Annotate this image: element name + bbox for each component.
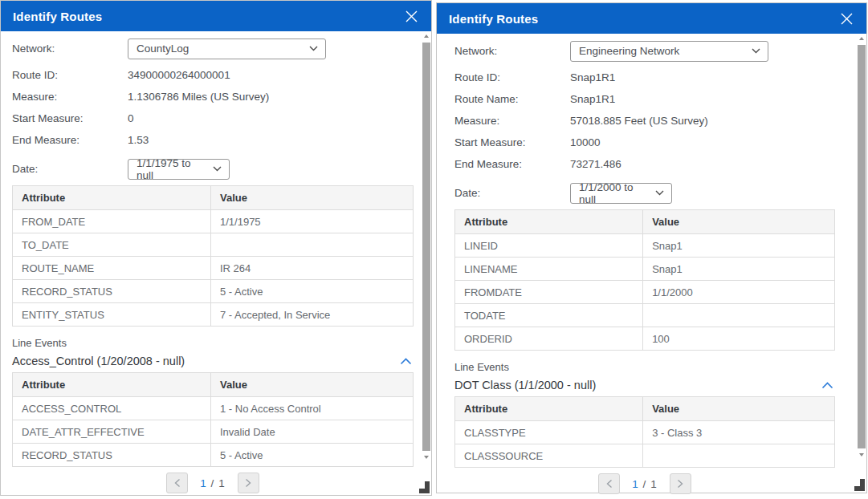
attribute-cell: FROM_DATE bbox=[13, 210, 211, 233]
next-page-button[interactable] bbox=[238, 473, 259, 493]
value-column-header: Value bbox=[211, 186, 414, 210]
attribute-cell: RECORD_STATUS bbox=[13, 280, 211, 303]
measure-label: Measure: bbox=[12, 91, 128, 103]
chevron-up-icon bbox=[821, 382, 833, 389]
network-select[interactable]: Engineering Network bbox=[570, 41, 768, 62]
measure-field-row: Measure: 57018.885 Feet (US Survey) bbox=[454, 110, 835, 132]
route-name-field-row: Route Name: Snap1R1 bbox=[454, 88, 835, 110]
table-row: RECORD_STATUS 5 - Active bbox=[13, 280, 414, 303]
table-row: TODATE bbox=[455, 304, 835, 327]
table-row: DATE_ATTR_EFFECTIVE Invalid Date bbox=[13, 420, 414, 444]
close-button[interactable] bbox=[404, 9, 418, 23]
date-select[interactable]: 1/1/2000 to null bbox=[570, 183, 672, 204]
close-icon bbox=[840, 12, 854, 26]
route-attribute-table: Attribute Value FROM_DATE 1/1/1975 TO_DA… bbox=[12, 185, 414, 327]
collapse-event-button[interactable] bbox=[820, 380, 835, 391]
attribute-cell: DATE_ATTR_EFFECTIVE bbox=[13, 420, 211, 444]
route-name-label: Route Name: bbox=[454, 93, 570, 105]
attribute-cell: ENTITY_STATUS bbox=[13, 303, 211, 327]
total-pages: 1 bbox=[650, 478, 658, 490]
end-measure-field-row: End Measure: 73271.486 bbox=[454, 153, 835, 175]
panel-body: Network: Engineering Network Route ID: S… bbox=[437, 34, 866, 494]
start-measure-field-row: Start Measure: 0 bbox=[12, 108, 414, 129]
scrollbar-thumb[interactable] bbox=[858, 45, 866, 448]
network-label: Network: bbox=[454, 45, 570, 57]
table-row: FROM_DATE 1/1/1975 bbox=[13, 210, 414, 233]
value-cell bbox=[643, 444, 835, 468]
attribute-column-header: Attribute bbox=[455, 397, 643, 421]
attribute-cell: ORDERID bbox=[455, 327, 643, 351]
start-measure-value: 0 bbox=[128, 112, 134, 124]
network-select-value: Engineering Network bbox=[579, 45, 679, 57]
value-cell bbox=[643, 304, 835, 327]
end-measure-label: End Measure: bbox=[454, 158, 570, 170]
table-header-row: Attribute Value bbox=[455, 210, 835, 234]
route-id-label: Route ID: bbox=[12, 69, 128, 81]
date-label: Date: bbox=[12, 163, 128, 175]
network-field-row: Network: Engineering Network bbox=[454, 40, 835, 62]
value-cell: 1/1/2000 bbox=[643, 281, 835, 304]
close-button[interactable] bbox=[839, 11, 854, 26]
table-row: ENTITY_STATUS 7 - Accepted, In Service bbox=[13, 303, 414, 327]
next-page-button[interactable] bbox=[670, 473, 691, 494]
value-cell bbox=[211, 233, 414, 257]
table-row: ORDERID 100 bbox=[455, 327, 835, 351]
attribute-cell: TODATE bbox=[455, 304, 643, 327]
chevron-down-icon bbox=[752, 48, 760, 54]
table-header-row: Attribute Value bbox=[13, 186, 414, 210]
route-id-field-row: Route ID: Snap1R1 bbox=[454, 67, 835, 88]
page-indicator: 1 / 1 bbox=[200, 477, 225, 489]
table-row: ACCESS_CONTROL 1 - No Access Control bbox=[13, 397, 414, 420]
value-cell: 1 - No Access Control bbox=[211, 397, 414, 420]
line-events-label: Line Events bbox=[454, 361, 835, 373]
vertical-scrollbar[interactable] bbox=[858, 34, 866, 459]
scroll-up-arrow-icon[interactable] bbox=[858, 34, 866, 43]
table-row: CLASSSOURCE bbox=[455, 444, 835, 468]
attribute-column-header: Attribute bbox=[455, 210, 643, 234]
pagination: 1 / 1 bbox=[12, 473, 414, 493]
value-cell: 1/1/1975 bbox=[211, 210, 414, 233]
measure-label: Measure: bbox=[454, 115, 570, 127]
network-select[interactable]: CountyLog bbox=[128, 39, 326, 59]
attribute-cell: LINEID bbox=[455, 234, 643, 258]
network-label: Network: bbox=[12, 43, 128, 55]
line-event-title: Access_Control (1/20/2008 - null) bbox=[12, 355, 185, 367]
value-cell: IR 264 bbox=[211, 257, 414, 280]
network-select-value: CountyLog bbox=[137, 43, 189, 55]
chevron-down-icon bbox=[309, 46, 318, 51]
chevron-left-icon bbox=[174, 478, 181, 488]
panel-resize-grip[interactable] bbox=[854, 479, 865, 491]
total-pages: 1 bbox=[218, 477, 226, 489]
line-event-header: Access_Control (1/20/2008 - null) bbox=[12, 355, 414, 367]
scroll-down-arrow-icon[interactable] bbox=[422, 453, 430, 461]
value-cell: 5 - Active bbox=[211, 280, 414, 303]
line-event-attribute-table: Attribute Value CLASSTYPE 3 - Class 3 CL… bbox=[454, 396, 835, 468]
panel-title: Identify Routes bbox=[13, 10, 102, 23]
previous-page-button[interactable] bbox=[166, 473, 188, 493]
end-measure-value: 1.53 bbox=[128, 134, 149, 146]
attribute-cell: ROUTE_NAME bbox=[13, 257, 211, 280]
value-cell: Invalid Date bbox=[211, 420, 414, 444]
scrollbar-thumb[interactable] bbox=[422, 43, 430, 451]
route-id-field-row: Route ID: 34900000264000001 bbox=[12, 64, 414, 86]
scroll-down-arrow-icon[interactable] bbox=[858, 451, 866, 459]
chevron-right-icon bbox=[245, 478, 251, 488]
panel-resize-grip[interactable] bbox=[419, 481, 430, 493]
scroll-up-arrow-icon[interactable] bbox=[422, 32, 430, 40]
route-name-value: Snap1R1 bbox=[570, 93, 615, 105]
collapse-event-button[interactable] bbox=[398, 356, 414, 367]
date-select[interactable]: 1/1/1975 to null bbox=[128, 159, 230, 180]
start-measure-label: Start Measure: bbox=[12, 112, 128, 124]
vertical-scrollbar[interactable] bbox=[422, 32, 430, 461]
panel-header: Identify Routes bbox=[1, 1, 431, 31]
table-row: FROMDATE 1/1/2000 bbox=[455, 281, 835, 304]
value-cell: 100 bbox=[643, 327, 835, 351]
line-event-title: DOT Class (1/1/2000 - null) bbox=[454, 379, 596, 391]
value-column-header: Value bbox=[643, 210, 835, 234]
value-cell: Snap1 bbox=[643, 234, 835, 258]
close-icon bbox=[405, 10, 418, 23]
measure-value: 57018.885 Feet (US Survey) bbox=[570, 115, 708, 127]
date-select-value: 1/1/1975 to null bbox=[137, 157, 206, 181]
previous-page-button[interactable] bbox=[598, 473, 620, 494]
chevron-down-icon bbox=[213, 166, 222, 172]
